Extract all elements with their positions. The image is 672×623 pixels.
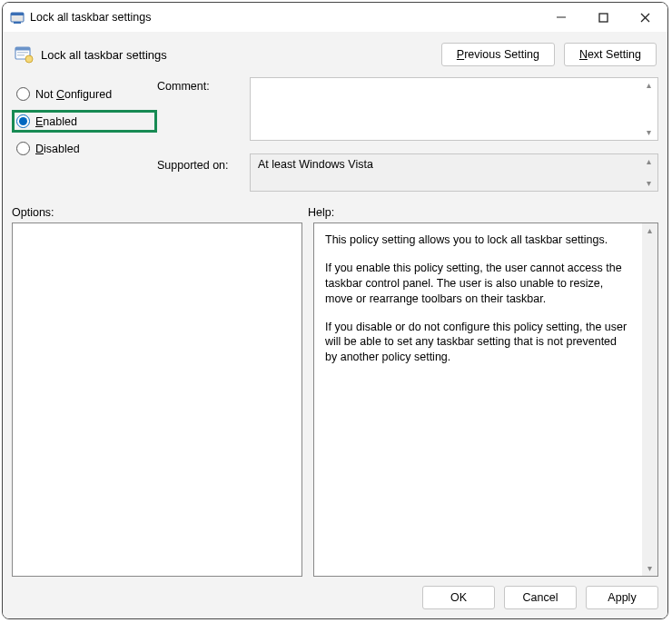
radio-enabled[interactable]: Enabled bbox=[12, 110, 157, 133]
fields-grid: Comment: ▴▾ Supported on: At least Windo… bbox=[157, 77, 658, 192]
header-row: Lock all taskbar settings Previous Setti… bbox=[12, 32, 658, 74]
radio-label: Enabled bbox=[35, 115, 77, 128]
svg-rect-4 bbox=[599, 14, 608, 22]
scroll-up-icon[interactable]: ▴ bbox=[642, 223, 657, 238]
help-scrollbar[interactable]: ▴ ▾ bbox=[642, 223, 657, 576]
apply-button[interactable]: Apply bbox=[586, 586, 658, 609]
config-area: Not Configured Enabled Disabled Comment:… bbox=[12, 77, 658, 192]
help-pane: This policy setting allows you to lock a… bbox=[313, 222, 658, 577]
svg-rect-2 bbox=[14, 22, 21, 24]
supported-on-box: At least Windows Vista ▴▾ bbox=[250, 153, 658, 192]
svg-rect-9 bbox=[17, 52, 28, 53]
lower-labels: Options: Help: bbox=[12, 206, 658, 219]
radio-label: Disabled bbox=[35, 143, 80, 155]
svg-rect-10 bbox=[17, 54, 25, 55]
close-button[interactable] bbox=[624, 4, 666, 31]
supported-label: Supported on: bbox=[157, 153, 244, 172]
policy-icon bbox=[14, 44, 34, 64]
options-pane bbox=[12, 222, 302, 577]
radio-icon bbox=[16, 142, 30, 155]
scroll-down-icon[interactable]: ▾ bbox=[642, 561, 657, 576]
radio-icon bbox=[16, 114, 30, 128]
help-paragraph: If you disable or do not configure this … bbox=[325, 320, 631, 366]
svg-rect-8 bbox=[15, 47, 30, 51]
window-title: Lock all taskbar settings bbox=[30, 11, 540, 24]
scroll-up-icon[interactable]: ▴ bbox=[641, 79, 657, 92]
minimize-button[interactable] bbox=[540, 4, 582, 31]
svg-rect-1 bbox=[11, 13, 24, 15]
supported-on-value: At least Windows Vista bbox=[258, 158, 373, 171]
scroll-arrows: ▴▾ bbox=[641, 79, 657, 139]
dialog-footer: OK Cancel Apply bbox=[12, 577, 658, 609]
titlebar: Lock all taskbar settings bbox=[3, 3, 667, 32]
radio-icon bbox=[16, 87, 30, 101]
scroll-down-icon[interactable]: ▾ bbox=[641, 126, 657, 139]
options-label: Options: bbox=[12, 206, 308, 219]
window-controls bbox=[540, 4, 666, 31]
scroll-arrows: ▴▾ bbox=[641, 155, 657, 190]
radio-label: Not Configured bbox=[35, 88, 112, 101]
policy-editor-window: Lock all taskbar settings bbox=[2, 2, 668, 619]
radio-not-configured[interactable]: Not Configured bbox=[12, 83, 157, 105]
next-setting-button[interactable]: Next Setting bbox=[564, 43, 657, 66]
panes: This policy setting allows you to lock a… bbox=[12, 222, 658, 577]
scroll-down-icon[interactable]: ▾ bbox=[641, 177, 657, 190]
previous-setting-button[interactable]: Previous Setting bbox=[441, 43, 555, 66]
app-icon bbox=[10, 10, 25, 25]
policy-title: Lock all taskbar settings bbox=[41, 48, 441, 62]
maximize-button[interactable] bbox=[582, 4, 624, 31]
comment-textarea[interactable]: ▴▾ bbox=[250, 77, 658, 141]
help-paragraph: This policy setting allows you to lock a… bbox=[325, 232, 631, 248]
help-text: This policy setting allows you to lock a… bbox=[314, 223, 642, 576]
svg-point-11 bbox=[25, 55, 33, 63]
comment-label: Comment: bbox=[157, 77, 244, 93]
cancel-button[interactable]: Cancel bbox=[504, 586, 577, 609]
help-label: Help: bbox=[308, 206, 334, 219]
ok-button[interactable]: OK bbox=[422, 586, 495, 609]
radio-disabled[interactable]: Disabled bbox=[12, 137, 157, 160]
nav-buttons: Previous Setting Next Setting bbox=[441, 43, 657, 66]
scroll-up-icon[interactable]: ▴ bbox=[641, 155, 657, 168]
window-body: Lock all taskbar settings Previous Setti… bbox=[3, 32, 667, 618]
help-paragraph: If you enable this policy setting, the u… bbox=[325, 261, 631, 307]
state-radio-group: Not Configured Enabled Disabled bbox=[12, 77, 157, 192]
